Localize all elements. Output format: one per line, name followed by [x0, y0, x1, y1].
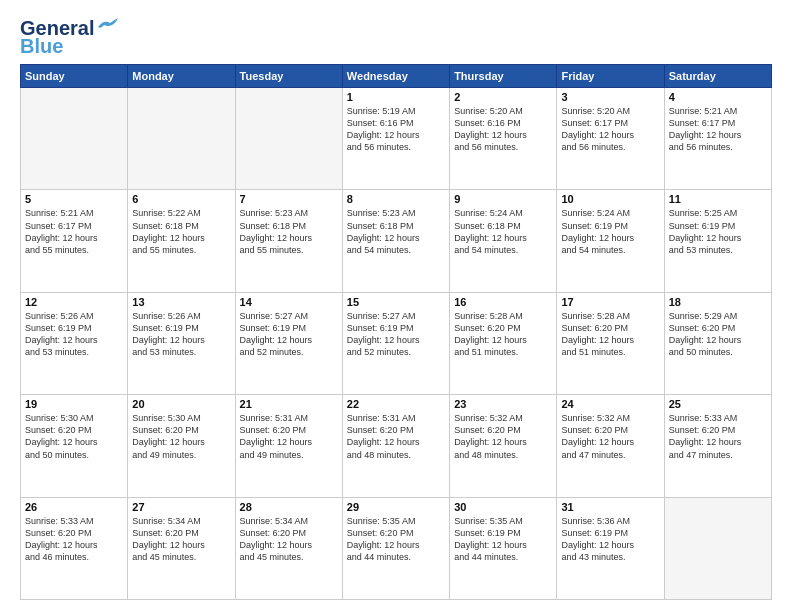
calendar-day-1: 1Sunrise: 5:19 AM Sunset: 6:16 PM Daylig… [342, 88, 449, 190]
day-number: 19 [25, 398, 123, 410]
day-number: 31 [561, 501, 659, 513]
day-number: 13 [132, 296, 230, 308]
day-info: Sunrise: 5:24 AM Sunset: 6:18 PM Dayligh… [454, 207, 552, 256]
day-info: Sunrise: 5:32 AM Sunset: 6:20 PM Dayligh… [454, 412, 552, 461]
day-number: 11 [669, 193, 767, 205]
header: General Blue [20, 18, 772, 56]
day-info: Sunrise: 5:36 AM Sunset: 6:19 PM Dayligh… [561, 515, 659, 564]
calendar-day-8: 8Sunrise: 5:23 AM Sunset: 6:18 PM Daylig… [342, 190, 449, 292]
day-info: Sunrise: 5:22 AM Sunset: 6:18 PM Dayligh… [132, 207, 230, 256]
calendar-day-16: 16Sunrise: 5:28 AM Sunset: 6:20 PM Dayli… [450, 292, 557, 394]
calendar-day-25: 25Sunrise: 5:33 AM Sunset: 6:20 PM Dayli… [664, 395, 771, 497]
day-info: Sunrise: 5:35 AM Sunset: 6:20 PM Dayligh… [347, 515, 445, 564]
calendar-day-2: 2Sunrise: 5:20 AM Sunset: 6:16 PM Daylig… [450, 88, 557, 190]
calendar-day-14: 14Sunrise: 5:27 AM Sunset: 6:19 PM Dayli… [235, 292, 342, 394]
day-number: 2 [454, 91, 552, 103]
calendar-day-31: 31Sunrise: 5:36 AM Sunset: 6:19 PM Dayli… [557, 497, 664, 599]
weekday-header-sunday: Sunday [21, 65, 128, 88]
day-number: 24 [561, 398, 659, 410]
day-info: Sunrise: 5:20 AM Sunset: 6:17 PM Dayligh… [561, 105, 659, 154]
calendar-day-9: 9Sunrise: 5:24 AM Sunset: 6:18 PM Daylig… [450, 190, 557, 292]
calendar-day-empty [235, 88, 342, 190]
calendar-week-row: 1Sunrise: 5:19 AM Sunset: 6:16 PM Daylig… [21, 88, 772, 190]
day-info: Sunrise: 5:31 AM Sunset: 6:20 PM Dayligh… [240, 412, 338, 461]
day-info: Sunrise: 5:30 AM Sunset: 6:20 PM Dayligh… [132, 412, 230, 461]
day-info: Sunrise: 5:34 AM Sunset: 6:20 PM Dayligh… [240, 515, 338, 564]
day-number: 5 [25, 193, 123, 205]
day-number: 23 [454, 398, 552, 410]
weekday-header-monday: Monday [128, 65, 235, 88]
day-number: 3 [561, 91, 659, 103]
day-info: Sunrise: 5:29 AM Sunset: 6:20 PM Dayligh… [669, 310, 767, 359]
day-info: Sunrise: 5:28 AM Sunset: 6:20 PM Dayligh… [561, 310, 659, 359]
calendar-day-20: 20Sunrise: 5:30 AM Sunset: 6:20 PM Dayli… [128, 395, 235, 497]
calendar-week-row: 12Sunrise: 5:26 AM Sunset: 6:19 PM Dayli… [21, 292, 772, 394]
day-number: 15 [347, 296, 445, 308]
day-number: 29 [347, 501, 445, 513]
calendar-day-12: 12Sunrise: 5:26 AM Sunset: 6:19 PM Dayli… [21, 292, 128, 394]
calendar-day-4: 4Sunrise: 5:21 AM Sunset: 6:17 PM Daylig… [664, 88, 771, 190]
calendar-day-17: 17Sunrise: 5:28 AM Sunset: 6:20 PM Dayli… [557, 292, 664, 394]
calendar-day-13: 13Sunrise: 5:26 AM Sunset: 6:19 PM Dayli… [128, 292, 235, 394]
day-info: Sunrise: 5:24 AM Sunset: 6:19 PM Dayligh… [561, 207, 659, 256]
day-info: Sunrise: 5:34 AM Sunset: 6:20 PM Dayligh… [132, 515, 230, 564]
day-info: Sunrise: 5:32 AM Sunset: 6:20 PM Dayligh… [561, 412, 659, 461]
calendar-day-11: 11Sunrise: 5:25 AM Sunset: 6:19 PM Dayli… [664, 190, 771, 292]
day-number: 20 [132, 398, 230, 410]
day-info: Sunrise: 5:27 AM Sunset: 6:19 PM Dayligh… [347, 310, 445, 359]
day-info: Sunrise: 5:26 AM Sunset: 6:19 PM Dayligh… [132, 310, 230, 359]
day-info: Sunrise: 5:35 AM Sunset: 6:19 PM Dayligh… [454, 515, 552, 564]
day-info: Sunrise: 5:33 AM Sunset: 6:20 PM Dayligh… [669, 412, 767, 461]
day-number: 14 [240, 296, 338, 308]
day-number: 17 [561, 296, 659, 308]
day-info: Sunrise: 5:19 AM Sunset: 6:16 PM Dayligh… [347, 105, 445, 154]
weekday-header-thursday: Thursday [450, 65, 557, 88]
calendar-day-23: 23Sunrise: 5:32 AM Sunset: 6:20 PM Dayli… [450, 395, 557, 497]
weekday-header-saturday: Saturday [664, 65, 771, 88]
day-info: Sunrise: 5:21 AM Sunset: 6:17 PM Dayligh… [25, 207, 123, 256]
day-number: 10 [561, 193, 659, 205]
calendar-week-row: 26Sunrise: 5:33 AM Sunset: 6:20 PM Dayli… [21, 497, 772, 599]
day-info: Sunrise: 5:30 AM Sunset: 6:20 PM Dayligh… [25, 412, 123, 461]
day-number: 28 [240, 501, 338, 513]
calendar-table: SundayMondayTuesdayWednesdayThursdayFrid… [20, 64, 772, 600]
calendar-day-3: 3Sunrise: 5:20 AM Sunset: 6:17 PM Daylig… [557, 88, 664, 190]
day-number: 18 [669, 296, 767, 308]
day-info: Sunrise: 5:23 AM Sunset: 6:18 PM Dayligh… [240, 207, 338, 256]
day-number: 7 [240, 193, 338, 205]
day-number: 8 [347, 193, 445, 205]
day-info: Sunrise: 5:33 AM Sunset: 6:20 PM Dayligh… [25, 515, 123, 564]
logo-blue: Blue [20, 36, 63, 56]
calendar-day-6: 6Sunrise: 5:22 AM Sunset: 6:18 PM Daylig… [128, 190, 235, 292]
day-number: 12 [25, 296, 123, 308]
calendar-day-10: 10Sunrise: 5:24 AM Sunset: 6:19 PM Dayli… [557, 190, 664, 292]
day-number: 16 [454, 296, 552, 308]
day-info: Sunrise: 5:23 AM Sunset: 6:18 PM Dayligh… [347, 207, 445, 256]
calendar-day-empty [128, 88, 235, 190]
calendar-day-30: 30Sunrise: 5:35 AM Sunset: 6:19 PM Dayli… [450, 497, 557, 599]
weekday-header-wednesday: Wednesday [342, 65, 449, 88]
day-number: 22 [347, 398, 445, 410]
calendar-week-row: 5Sunrise: 5:21 AM Sunset: 6:17 PM Daylig… [21, 190, 772, 292]
weekday-header-row: SundayMondayTuesdayWednesdayThursdayFrid… [21, 65, 772, 88]
day-number: 30 [454, 501, 552, 513]
calendar-day-27: 27Sunrise: 5:34 AM Sunset: 6:20 PM Dayli… [128, 497, 235, 599]
calendar-day-15: 15Sunrise: 5:27 AM Sunset: 6:19 PM Dayli… [342, 292, 449, 394]
day-number: 6 [132, 193, 230, 205]
day-info: Sunrise: 5:28 AM Sunset: 6:20 PM Dayligh… [454, 310, 552, 359]
weekday-header-tuesday: Tuesday [235, 65, 342, 88]
day-info: Sunrise: 5:31 AM Sunset: 6:20 PM Dayligh… [347, 412, 445, 461]
day-info: Sunrise: 5:27 AM Sunset: 6:19 PM Dayligh… [240, 310, 338, 359]
calendar-day-28: 28Sunrise: 5:34 AM Sunset: 6:20 PM Dayli… [235, 497, 342, 599]
calendar-day-empty [21, 88, 128, 190]
calendar-day-5: 5Sunrise: 5:21 AM Sunset: 6:17 PM Daylig… [21, 190, 128, 292]
day-number: 26 [25, 501, 123, 513]
calendar-day-29: 29Sunrise: 5:35 AM Sunset: 6:20 PM Dayli… [342, 497, 449, 599]
logo-bird-icon [96, 17, 118, 33]
calendar-day-21: 21Sunrise: 5:31 AM Sunset: 6:20 PM Dayli… [235, 395, 342, 497]
day-info: Sunrise: 5:26 AM Sunset: 6:19 PM Dayligh… [25, 310, 123, 359]
calendar-day-18: 18Sunrise: 5:29 AM Sunset: 6:20 PM Dayli… [664, 292, 771, 394]
weekday-header-friday: Friday [557, 65, 664, 88]
calendar-day-24: 24Sunrise: 5:32 AM Sunset: 6:20 PM Dayli… [557, 395, 664, 497]
day-info: Sunrise: 5:21 AM Sunset: 6:17 PM Dayligh… [669, 105, 767, 154]
